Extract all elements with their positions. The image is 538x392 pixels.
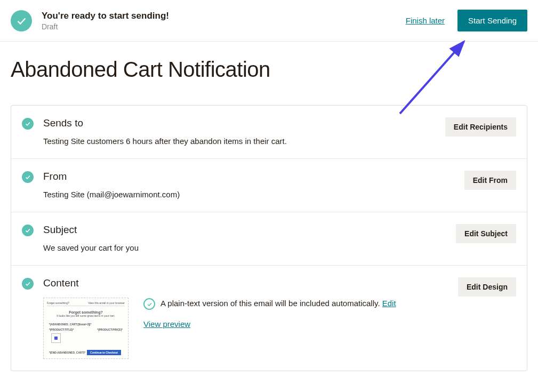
check-icon [22, 118, 34, 130]
content-label: Content [43, 277, 458, 289]
check-icon [22, 225, 34, 236]
section-sends-to: Sends to Testing Site customers 6 hours … [11, 106, 527, 159]
view-preview-link[interactable]: View preview [143, 319, 190, 329]
edit-from-button[interactable]: Edit From [464, 171, 516, 190]
sends-to-desc: Testing Site customers 6 hours after the… [43, 135, 445, 147]
thumb-tag: *|PRODUCT:TITLE|* [49, 328, 74, 331]
check-icon [22, 171, 34, 183]
email-preview-thumbnail[interactable]: Forget something? View this email in you… [43, 298, 129, 359]
section-content: Content Forget something? View this emai… [11, 266, 527, 371]
edit-recipients-button[interactable]: Edit Recipients [445, 117, 516, 137]
thumb-cta: Continue to Checkout [87, 350, 121, 355]
thumb-right-hdr: View this email in your browser [88, 301, 125, 305]
main-content: Abandoned Cart Notification Sends to Tes… [0, 42, 538, 371]
header-text: You're ready to start sending! Draft [42, 11, 406, 31]
header-actions: Finish later Start Sending [406, 10, 527, 31]
header-title: You're ready to start sending! [42, 11, 406, 21]
subject-desc: We saved your cart for you [43, 242, 456, 253]
subject-label: Subject [43, 224, 456, 236]
page-title: Abandoned Cart Notification [11, 58, 527, 82]
edit-subject-button[interactable]: Edit Subject [456, 224, 516, 243]
thumb-tag: *|PRODUCT:PRICE|* [97, 328, 123, 331]
check-icon [22, 278, 34, 290]
header-status: Draft [42, 22, 406, 31]
finish-later-link[interactable]: Finish later [406, 16, 445, 25]
section-subject: Subject We saved your cart for you Edit … [11, 212, 527, 266]
plaintext-note: A plain-text version of this email will … [160, 299, 382, 308]
from-label: From [43, 171, 464, 182]
plaintext-note-text: A plain-text version of this email will … [160, 298, 396, 310]
edit-design-button[interactable]: Edit Design [458, 277, 516, 297]
thumb-tag: *|END:ABANDONED_CART|* [49, 351, 85, 354]
outline-check-icon [143, 298, 155, 310]
thumb-left-hdr: Forget something? [47, 301, 69, 305]
section-from: From Testing Site (mail@joewarnimont.com… [11, 159, 527, 212]
status-check-icon [11, 10, 32, 31]
thumb-sub: It looks like you left some great items … [47, 314, 125, 317]
thumb-product-box [51, 333, 61, 343]
edit-plaintext-link[interactable]: Edit [382, 299, 396, 308]
start-sending-button[interactable]: Start Sending [457, 10, 527, 31]
from-desc: Testing Site (mail@joewarnimont.com) [43, 189, 464, 200]
sends-to-label: Sends to [43, 117, 445, 129]
thumb-headline: Forget something? [47, 310, 125, 314]
setup-card: Sends to Testing Site customers 6 hours … [11, 105, 527, 371]
thumb-tag: *|ABANDONED_CART:[$total=3]|* [49, 323, 91, 326]
header-bar: You're ready to start sending! Draft Fin… [0, 0, 538, 42]
